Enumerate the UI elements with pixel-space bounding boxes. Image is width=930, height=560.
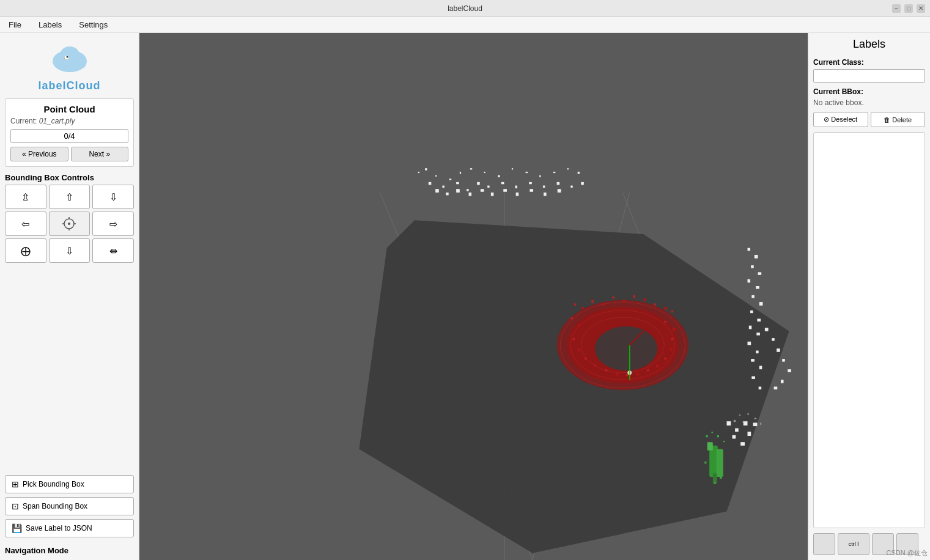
toolbar-btn-2[interactable]: ctrl l [838,533,869,555]
save-label-button[interactable]: 💾 Save Label to JSON [5,519,134,537]
deselect-button[interactable]: ⊘ Deselect [813,112,868,127]
svg-rect-75 [751,376,755,379]
watermark: CSDN @佐仓 [887,548,928,558]
bbox-expand-btn[interactable]: ⨁ [5,238,46,263]
menubar: File Labels Settings [0,17,930,33]
logo-area: labelCloud [5,38,134,95]
svg-rect-109 [671,338,673,340]
svg-rect-48 [435,189,439,193]
svg-rect-138 [743,421,745,422]
pick-bbox-icon: ⊞ [12,479,19,489]
svg-rect-69 [749,326,752,330]
svg-rect-95 [581,307,584,309]
save-label-text: Save Label to JSON [26,524,92,532]
svg-rect-137 [739,414,740,416]
svg-rect-44 [543,186,545,188]
svg-rect-132 [723,441,725,442]
svg-rect-55 [516,193,519,196]
nav-buttons: « Previous Next » [10,147,128,161]
bbox-move-left-btn[interactable]: ⇦ [5,212,46,236]
logo-icon [45,43,94,79]
svg-rect-133 [720,477,721,479]
svg-rect-21 [418,172,419,173]
current-class-label: Current Class: [813,58,925,67]
svg-rect-58 [558,189,561,193]
svg-rect-57 [544,193,547,196]
menu-settings[interactable]: Settings [75,19,111,31]
svg-rect-105 [570,317,572,319]
bbox-move-right-btn[interactable]: ⇨ [92,212,134,236]
svg-rect-32 [553,172,555,173]
svg-rect-108 [673,328,676,331]
bbox-action-buttons: ⊘ Deselect 🗑 Delete [813,112,925,127]
svg-rect-34 [578,172,580,174]
svg-rect-74 [759,366,762,369]
logo-text: labelCloud [38,79,100,92]
bbox-move-backward-btn[interactable]: ⇩ [49,238,90,263]
svg-rect-120 [578,348,581,352]
menu-labels[interactable]: Labels [35,19,65,31]
svg-rect-139 [748,413,749,415]
minimize-button[interactable]: − [892,4,901,13]
svg-rect-52 [481,189,484,192]
titlebar-controls: − □ ✕ [892,4,925,13]
close-button[interactable]: ✕ [917,4,925,13]
svg-rect-26 [470,168,472,169]
svg-rect-82 [781,380,784,383]
viewport[interactable] [139,33,808,560]
svg-rect-121 [573,338,575,340]
svg-rect-38 [467,189,468,191]
svg-rect-45 [557,182,560,185]
svg-rect-64 [756,286,759,289]
svg-rect-53 [491,193,494,196]
pick-bounding-box-button[interactable]: ⊞ Pick Bounding Box [5,475,134,493]
svg-rect-56 [530,189,533,192]
titlebar-title: labelCloud [448,4,482,13]
pc-current-file: Current: 01_cart.ply [10,117,128,125]
svg-rect-40 [487,186,489,188]
bbox-control-grid: ⇫ ⇧ ⇩ ⇦ ⇨ ⨁ ⇩ [5,185,134,263]
span-bounding-box-button[interactable]: ⊡ Span Bounding Box [5,497,134,515]
svg-point-93 [595,326,657,371]
svg-rect-72 [756,350,759,353]
svg-rect-113 [647,369,649,371]
delete-button[interactable]: 🗑 Delete [871,112,926,127]
bbox-lower-btn[interactable]: ⇩ [92,185,134,209]
menu-file[interactable]: File [5,19,25,31]
svg-rect-49 [446,193,449,196]
svg-rect-67 [750,311,753,314]
svg-rect-50 [456,189,460,193]
pc-title: Point Cloud [10,104,128,114]
maximize-button[interactable]: □ [904,4,913,13]
next-button[interactable]: Next » [71,147,129,161]
svg-rect-60 [755,255,758,259]
svg-rect-62 [758,272,762,275]
save-icon: 💾 [12,523,22,533]
current-bbox-label: Current BBox: [813,87,925,96]
bbox-controls-section: Bounding Box Controls ⇫ ⇧ ⇩ ⇦ [5,171,134,265]
prev-button[interactable]: « Previous [10,147,68,161]
sidebar: labelCloud Point Cloud Current: 01_cart.… [0,33,139,560]
current-class-section: Current Class: [813,58,925,83]
bbox-rotate-btn[interactable] [49,212,90,236]
svg-rect-88 [740,442,745,446]
svg-rect-47 [581,182,584,185]
svg-rect-37 [456,182,459,184]
bbox-move-forward-btn[interactable]: ⇧ [49,185,90,209]
toolbar-btn-1[interactable] [813,533,835,555]
svg-rect-99 [622,300,626,302]
bbox-shrink-btn[interactable]: ⇼ [92,238,134,263]
svg-rect-111 [664,358,666,359]
bbox-raise-btn[interactable]: ⇫ [5,185,46,209]
pick-bbox-label: Pick Bounding Box [23,480,84,488]
svg-rect-90 [753,422,758,426]
svg-rect-83 [774,386,778,389]
current-class-input[interactable] [813,69,925,83]
svg-rect-73 [751,359,755,362]
svg-rect-41 [501,182,504,184]
labels-list[interactable] [813,132,925,528]
svg-rect-76 [759,386,762,389]
main-layout: labelCloud Point Cloud Current: 01_cart.… [0,33,930,560]
svg-rect-33 [567,168,569,169]
svg-rect-24 [449,179,451,180]
